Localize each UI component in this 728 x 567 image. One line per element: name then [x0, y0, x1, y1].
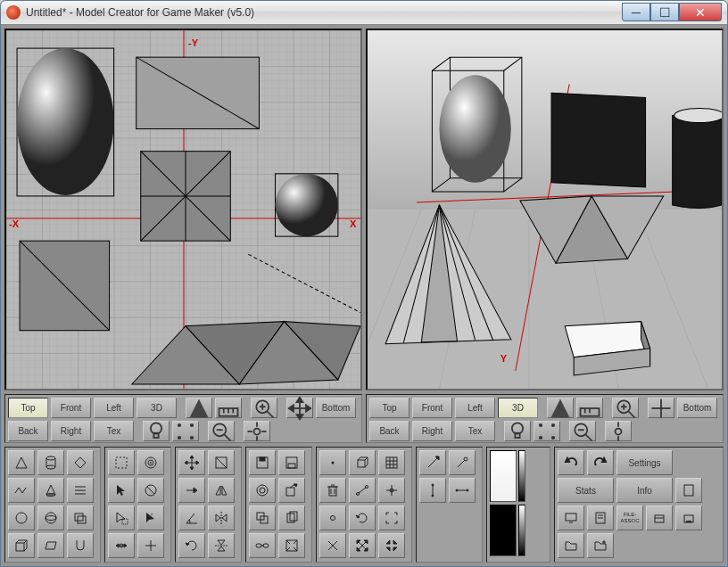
export-icon[interactable] — [278, 478, 305, 503]
settings-button[interactable]: Settings — [616, 450, 673, 475]
disabled-icon[interactable] — [137, 478, 164, 503]
view-3d-button-right[interactable]: 3D — [498, 398, 538, 418]
view-front-button-left[interactable]: Front — [51, 398, 91, 418]
box-icon[interactable] — [646, 505, 673, 530]
color-slider-1[interactable] — [518, 450, 525, 502]
resize-h-icon[interactable] — [108, 533, 135, 558]
wave-icon[interactable] — [8, 478, 35, 503]
view-right-button-left[interactable]: Right — [51, 421, 91, 441]
view-front-button-right[interactable]: Front — [412, 398, 452, 418]
cylinder-icon[interactable] — [37, 450, 64, 475]
dot-med-icon[interactable] — [319, 505, 346, 530]
view-tex-button-right[interactable]: Tex — [455, 421, 495, 441]
view-top-button-left[interactable]: Top — [8, 398, 48, 418]
redo-icon[interactable] — [587, 450, 614, 475]
stack-icon[interactable] — [67, 505, 94, 530]
box-dots-icon[interactable] — [675, 505, 702, 530]
diamond-icon[interactable] — [67, 450, 94, 475]
grid-icon[interactable] — [378, 450, 405, 475]
gear-icon[interactable] — [249, 478, 276, 503]
list-icon[interactable] — [67, 478, 94, 503]
close-button[interactable]: ✕ — [679, 3, 722, 21]
view-top-button-right[interactable]: Top — [369, 398, 410, 418]
cone-icon[interactable] — [37, 478, 64, 503]
pointer-all-icon[interactable]: * — [137, 505, 164, 530]
snap-icon[interactable] — [378, 478, 405, 503]
doc-icon[interactable] — [587, 505, 614, 530]
axis-h-icon[interactable] — [449, 478, 476, 503]
marquee-icon[interactable] — [108, 450, 135, 475]
zoom-in-icon-r[interactable] — [612, 398, 639, 418]
pointer-select-icon[interactable] — [108, 505, 135, 530]
link-icon[interactable] — [249, 533, 276, 558]
view-bottom-button-left[interactable]: Bottom — [316, 398, 356, 418]
zoom-out-icon-r[interactable] — [569, 421, 596, 441]
minimize-button[interactable]: ─ — [622, 3, 650, 21]
folder-icon[interactable] — [558, 533, 584, 558]
target-icon[interactable] — [137, 450, 164, 475]
folder-add-icon[interactable] — [587, 533, 614, 558]
monitor-icon[interactable] — [558, 505, 584, 530]
viewport-right[interactable]: -Y Y — [366, 29, 724, 390]
move-icon[interactable] — [286, 398, 313, 418]
undo-icon[interactable] — [558, 450, 584, 475]
shade-icon[interactable] — [186, 398, 212, 418]
zoom-in-icon[interactable] — [251, 398, 277, 418]
color-slider-2[interactable] — [518, 505, 525, 556]
collapse-icon[interactable] — [378, 533, 405, 558]
arrow-right-icon[interactable] — [178, 478, 205, 503]
view-back-button-right[interactable]: Back — [369, 421, 410, 441]
fit-icon[interactable] — [278, 533, 305, 558]
view-left-button-right[interactable]: Left — [455, 398, 495, 418]
lightbulb-icon-r[interactable] — [504, 421, 531, 441]
cube-icon[interactable] — [8, 533, 35, 558]
shade-icon-r[interactable] — [547, 398, 574, 418]
move-icon-r[interactable] — [648, 398, 674, 418]
dropper-icon[interactable] — [449, 450, 476, 475]
view-3d-button-left[interactable]: 3D — [136, 398, 177, 418]
delete-icon[interactable] — [319, 533, 346, 558]
flip-v-icon[interactable] — [208, 533, 235, 558]
flip-h-icon[interactable] — [208, 505, 235, 530]
disk-icon[interactable] — [278, 450, 305, 475]
trash-icon[interactable] — [319, 478, 346, 503]
lightbulb-icon[interactable] — [143, 421, 170, 441]
stats-button[interactable]: Stats — [558, 478, 614, 503]
pencil-icon[interactable] — [419, 450, 446, 475]
file-assoc-button[interactable]: FILE-ASSOC — [616, 505, 643, 530]
save-file-icon[interactable] — [249, 450, 276, 475]
rotate-icon[interactable] — [178, 533, 205, 558]
triangle-icon[interactable] — [8, 450, 35, 475]
color-swatch-white[interactable] — [490, 450, 517, 502]
path-icon[interactable] — [349, 478, 376, 503]
info-button[interactable]: Info — [616, 478, 673, 503]
corners-icon[interactable] — [378, 505, 405, 530]
ruler-icon-r[interactable] — [576, 398, 603, 418]
zoom-out-icon[interactable] — [208, 421, 235, 441]
dot-small-icon[interactable] — [319, 450, 346, 475]
view-left-button-left[interactable]: Left — [94, 398, 134, 418]
copy-icon[interactable] — [278, 505, 305, 530]
points-icon[interactable] — [172, 421, 199, 441]
pan-center-icon[interactable] — [244, 421, 270, 441]
points-icon-r[interactable] — [534, 421, 560, 441]
view-tex-button-left[interactable]: Tex — [94, 421, 134, 441]
viewport-left[interactable]: -Y -X X Y — [4, 29, 362, 390]
axis-v-icon[interactable] — [419, 478, 446, 503]
view-bottom-button-right[interactable]: Bottom — [677, 398, 717, 418]
circle-icon[interactable] — [8, 505, 35, 530]
move-tool-icon[interactable] — [178, 450, 205, 475]
parallelogram-icon[interactable] — [37, 533, 64, 558]
sphere-icon[interactable] — [37, 505, 64, 530]
expand-icon[interactable] — [349, 533, 376, 558]
layer-icon[interactable] — [249, 505, 276, 530]
scale-icon[interactable] — [208, 450, 235, 475]
titlebar[interactable]: Untitled* - Model Creator for Game Maker… — [1, 1, 727, 25]
new-file-icon[interactable] — [675, 478, 702, 503]
pan-center-icon-r[interactable] — [605, 421, 632, 441]
ruler-icon[interactable] — [215, 398, 242, 418]
mirror-icon[interactable] — [208, 478, 235, 503]
refresh-icon[interactable] — [349, 505, 376, 530]
wireframe-cube-icon[interactable] — [349, 450, 376, 475]
angle-icon[interactable] — [178, 505, 205, 530]
